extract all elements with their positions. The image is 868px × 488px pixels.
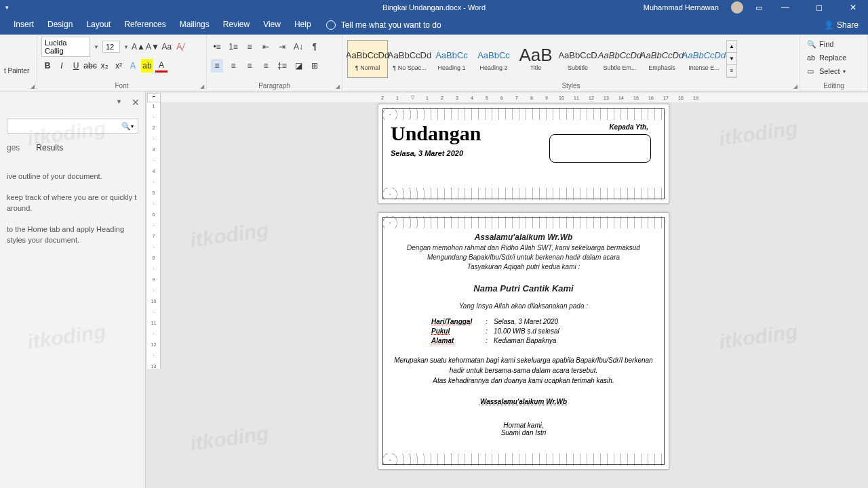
vertical-ruler[interactable]: 1·2·3·4·5·6·7·8·9·10·11·12·13 [147,102,161,369]
group-label: Paragraph [207,82,342,89]
share-button[interactable]: 👤 Share [824,20,868,30]
salam: Assalamu'alaikum Wr.Wb [391,232,656,243]
format-painter-button[interactable]: t Painter [4,67,33,75]
chevron-down-icon[interactable]: ▼ [92,44,100,50]
recipient-box [549,134,651,163]
justify-button[interactable]: ≡ [260,59,272,73]
tell-me[interactable]: Tell me what you want to do [326,20,441,30]
child-name: Nama Putri Cantik Kami [391,283,656,295]
style-heading-1[interactable]: AaBbCcHeading 1 [431,40,472,78]
clipboard-dialog-icon[interactable]: ◢ [31,83,35,89]
clear-format-button[interactable]: A⧸ [175,40,187,54]
style-intense-e---[interactable]: AaBbCcDdIntense E... [684,40,724,78]
highlight-button[interactable]: ab [141,59,153,73]
tab-design[interactable]: Design [41,15,79,35]
bold-button[interactable]: B [41,59,54,73]
change-case-button[interactable]: Aa [161,40,173,54]
qat-dropdown-icon[interactable]: ▾ [5,4,9,11]
title-bar: ▾ Bingkai Undangan.docx - Word Muhammad … [0,0,868,15]
font-color-button[interactable]: A [155,59,167,73]
nav-tab-results[interactable]: Results [36,143,63,152]
minimize-button[interactable]: — [774,3,796,12]
align-left-button[interactable]: ≡ [211,59,223,73]
invitation-body-card: Assalamu'alaikum Wr.Wb Dengan memohon ra… [378,212,669,470]
text-effects-button[interactable]: A [127,59,139,73]
nav-search-input[interactable]: 🔍 ▾ [7,119,138,134]
style---no-spac---[interactable]: AaBbCcDd¶ No Spac... [389,40,430,78]
show-marks-button[interactable]: ¶ [309,40,321,54]
grow-font-button[interactable]: A▲ [132,40,144,54]
style-emphasis[interactable]: AaBbCcDdEmphasis [642,40,682,78]
group-paragraph: •≡ 1≡ ≡ ⇤ ⇥ A↓ ¶ ≡ ≡ ≡ ≡ ‡≡ ◪ ⊞ Paragrap… [207,35,342,91]
numbering-button[interactable]: 1≡ [227,40,239,54]
underline-button[interactable]: U [70,59,82,73]
tab-layout[interactable]: Layout [79,15,117,35]
ribbon-display-icon[interactable]: ▭ [755,3,762,12]
shrink-font-button[interactable]: A▼ [146,40,159,54]
user-avatar[interactable] [731,1,743,14]
styles-scroll[interactable]: ▲▼≡ [726,40,737,78]
style-heading-2[interactable]: AaBbCcHeading 2 [473,40,514,78]
group-label: Editing [800,82,867,89]
nav-body: ive outline of your document. keep track… [7,171,138,245]
maximize-button[interactable]: ◻ [808,3,830,12]
cursor-icon: ▭ [807,67,816,76]
tab-help[interactable]: Help [288,15,318,35]
document-canvas[interactable]: 21▽12345678910111213141516171819 Undanga… [161,92,868,488]
close-button[interactable]: ✕ [842,3,864,12]
sort-button[interactable]: A↓ [292,40,304,54]
superscript-button[interactable]: x² [113,59,125,73]
share-icon: 👤 [824,20,834,30]
shading-button[interactable]: ◪ [292,59,304,73]
bulb-icon [326,20,336,30]
search-icon: 🔍 [121,122,131,131]
group-label: Font [37,82,206,89]
paragraph-dialog-icon[interactable]: ◢ [336,83,340,89]
borders-button[interactable]: ⊞ [309,59,321,73]
subscript-button[interactable]: x₂ [98,59,111,73]
group-label: Styles [342,82,800,89]
find-button[interactable]: 🔍Find [804,37,863,51]
tab-review[interactable]: Review [216,15,256,35]
style-title[interactable]: AaBTitle [515,40,556,78]
style-subtitle[interactable]: AaBbCcDSubtitle [557,40,598,78]
document-title: Bingkai Undangan.docx - Word [382,3,486,12]
nav-dropdown-icon[interactable]: ▼ [116,98,122,105]
select-button[interactable]: ▭Select ▾ [804,64,863,78]
replace-button[interactable]: abReplace [804,51,863,64]
styles-dialog-icon[interactable]: ◢ [793,83,797,89]
line-spacing-button[interactable]: ‡≡ [276,59,288,73]
tab-insert[interactable]: Insert [7,15,41,35]
strike-button[interactable]: abc [84,59,96,73]
indent-left-button[interactable]: ⇤ [260,40,272,54]
font-name-select[interactable]: Lucida Callig [41,37,90,57]
search-icon: 🔍 [807,40,816,49]
horizontal-ruler[interactable]: 21▽12345678910111213141516171819 [161,93,868,102]
replace-icon: ab [807,54,816,62]
tab-references[interactable]: References [117,15,172,35]
ruler-corner[interactable]: ⌐ [147,93,161,102]
style-subtle-em---[interactable]: AaBbCcDdSubtle Em... [599,40,640,78]
bullets-button[interactable]: •≡ [211,40,223,54]
indent-right-button[interactable]: ⇥ [276,40,288,54]
nav-tab-pages[interactable]: ges [7,143,20,152]
align-center-button[interactable]: ≡ [227,59,239,73]
group-styles: AaBbCcDd¶ NormalAaBbCcDd¶ No Spac...AaBb… [342,35,800,91]
ribbon: t Painter ◢ Lucida Callig ▼ 12 ▼ A▲ A▼ A… [0,35,868,92]
align-right-button[interactable]: ≡ [243,59,256,73]
style---normal[interactable]: AaBbCcDd¶ Normal [347,40,388,78]
tab-view[interactable]: View [256,15,288,35]
multilevel-button[interactable]: ≡ [243,40,256,54]
font-size-select[interactable]: 12 [102,41,120,53]
group-font: Lucida Callig ▼ 12 ▼ A▲ A▼ Aa A⧸ B I U a… [37,35,207,91]
navigation-pane: ▼ ✕ 🔍 ▾ ges Results ive outline of your … [0,92,146,488]
invitation-header-card: Undangan Selasa, 3 Maret 2020 Kepada Yth… [378,104,669,204]
close-pane-button[interactable]: ✕ [132,97,140,108]
chevron-down-icon[interactable]: ▼ [122,44,130,50]
tab-mailings[interactable]: Mailings [173,15,216,35]
event-details: Hari/Tanggal:Selasa, 3 Maret 2020 Pukul:… [431,318,656,344]
user-name[interactable]: Muhammad Hernawan [644,3,719,12]
kepada-label: Kepada Yth, [609,123,648,131]
italic-button[interactable]: I [56,59,68,73]
font-dialog-icon[interactable]: ◢ [200,83,204,89]
